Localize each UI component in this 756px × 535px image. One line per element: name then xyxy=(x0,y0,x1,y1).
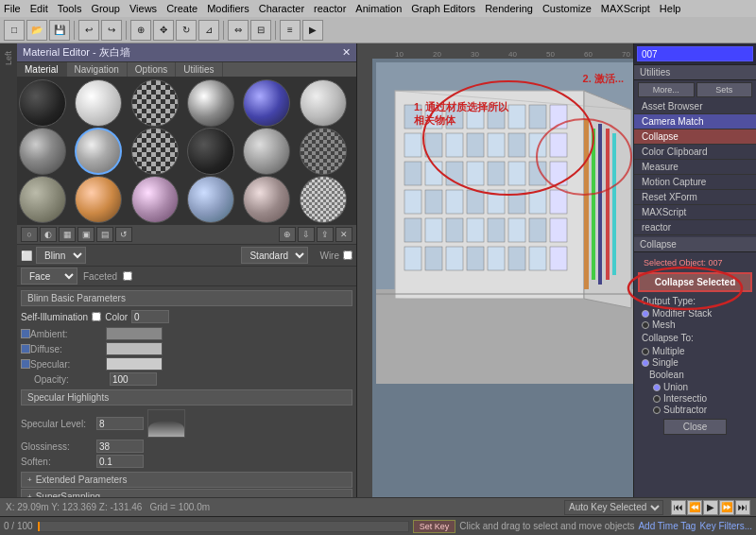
menu-tools[interactable]: Tools xyxy=(58,3,82,14)
mat-btn-reset[interactable]: ↺ xyxy=(115,227,132,242)
menu-customize[interactable]: Customize xyxy=(542,3,592,14)
toolbar-align[interactable]: ⊟ xyxy=(250,20,271,41)
menu-reactor[interactable]: reactor xyxy=(314,3,346,14)
mat-sphere-3[interactable] xyxy=(131,79,179,127)
util-measure[interactable]: Measure xyxy=(634,160,756,175)
toolbar-layer[interactable]: ≡ xyxy=(280,20,301,41)
shader-type-select[interactable]: Blinn xyxy=(36,247,86,264)
play-prev-btn[interactable]: ⏪ xyxy=(687,500,702,515)
util-camera-match[interactable]: Camera Match xyxy=(634,114,756,129)
single-radio[interactable]: Single xyxy=(642,357,748,368)
mat-sphere-18[interactable] xyxy=(300,176,347,223)
mat-sphere-6[interactable] xyxy=(300,79,347,127)
util-maxscript[interactable]: MAXScript xyxy=(634,205,756,220)
util-reactor[interactable]: reactor xyxy=(634,220,756,235)
mesh-radio[interactable]: Mesh xyxy=(642,319,748,330)
mat-btn-backlight[interactable]: ◐ xyxy=(40,227,57,242)
toolbar-redo[interactable]: ↪ xyxy=(101,20,122,41)
toolbar-render[interactable]: ▶ xyxy=(302,20,323,41)
mat-sphere-8[interactable] xyxy=(75,128,122,175)
menu-group[interactable]: Group xyxy=(91,3,120,14)
util-collapse[interactable]: Collapse xyxy=(634,129,756,145)
mat-btn-sample-uv[interactable]: ▣ xyxy=(77,227,94,242)
set-key-button[interactable]: Set Key xyxy=(413,520,456,533)
mat-editor-close-btn[interactable]: ✕ xyxy=(342,46,351,59)
mat-sphere-7[interactable] xyxy=(19,128,66,175)
menu-create[interactable]: Create xyxy=(166,3,198,14)
mat-sphere-14[interactable] xyxy=(75,176,122,223)
toolbar-rotate[interactable]: ↻ xyxy=(176,20,197,41)
menu-views[interactable]: Views xyxy=(129,3,157,14)
menu-edit[interactable]: Edit xyxy=(30,3,48,14)
rollout-extended[interactable]: + Extended Parameters xyxy=(21,472,352,488)
spec-level-input[interactable] xyxy=(96,417,144,430)
close-button[interactable]: Close xyxy=(663,419,728,435)
soften-input[interactable] xyxy=(96,455,144,468)
wire-checkbox[interactable] xyxy=(343,250,352,260)
mat-btn-sample-type[interactable]: ○ xyxy=(21,227,38,242)
sets-btn[interactable]: Sets xyxy=(696,82,753,97)
ambient-color-swatch[interactable] xyxy=(106,327,163,340)
face-select[interactable]: Face xyxy=(21,268,77,285)
mat-sphere-17[interactable] xyxy=(243,176,290,223)
faceted-checkbox[interactable] xyxy=(123,271,132,281)
ambient-checkbox[interactable] xyxy=(21,329,30,338)
more-btn[interactable]: More... xyxy=(638,82,695,97)
mat-sphere-11[interactable] xyxy=(243,128,290,175)
collapse-section-title[interactable]: Collapse xyxy=(634,237,756,252)
play-next-btn[interactable]: ⏩ xyxy=(719,500,734,515)
timeline-bar[interactable] xyxy=(37,521,409,532)
play-start-btn[interactable]: ⏮ xyxy=(671,500,686,515)
toolbar-undo[interactable]: ↩ xyxy=(78,20,99,41)
toolbar-save[interactable]: 💾 xyxy=(49,20,70,41)
mat-sphere-12[interactable] xyxy=(300,128,347,175)
toolbar-select[interactable]: ⊕ xyxy=(130,20,151,41)
tab-options[interactable]: Options xyxy=(128,62,176,77)
play-btn[interactable]: ▶ xyxy=(703,500,718,515)
opacity-input[interactable] xyxy=(110,372,157,386)
mat-btn-put-to-scene[interactable]: ⇩ xyxy=(298,227,315,242)
util-color-clipboard[interactable]: Color Clipboard xyxy=(634,145,756,160)
util-reset-xform[interactable]: Reset XForm xyxy=(634,190,756,205)
diffuse-checkbox[interactable] xyxy=(21,344,30,354)
tab-navigation[interactable]: Navigation xyxy=(67,62,128,77)
mat-sphere-4[interactable] xyxy=(187,79,234,127)
blinn-params-title[interactable]: Blinn Basic Parameters xyxy=(21,290,352,306)
play-end-btn[interactable]: ⏭ xyxy=(735,500,750,515)
modifier-stack-radio[interactable]: Modifier Stack xyxy=(642,308,748,319)
anim-key-select[interactable]: Auto Key Selected xyxy=(564,500,663,515)
specular-highlights-title[interactable]: Specular Highlights xyxy=(21,389,352,406)
toolbar-open[interactable]: 📂 xyxy=(26,20,47,41)
standard-select[interactable]: Standard xyxy=(241,247,308,264)
mat-btn-delete[interactable]: ✕ xyxy=(335,227,352,242)
collapse-selected-button[interactable]: Collapse Selected xyxy=(638,272,752,292)
mat-btn-background[interactable]: ▦ xyxy=(59,227,76,242)
self-illum-value[interactable] xyxy=(131,310,169,323)
key-filters[interactable]: Key Filters... xyxy=(699,521,752,531)
specular-checkbox[interactable] xyxy=(21,359,30,369)
util-asset-browser[interactable]: Asset Browser xyxy=(634,99,756,114)
util-motion-capture[interactable]: Motion Capture xyxy=(634,175,756,190)
add-time-tag[interactable]: Add Time Tag xyxy=(638,521,696,531)
menu-rendering[interactable]: Rendering xyxy=(485,3,533,14)
menu-file[interactable]: File xyxy=(4,3,21,14)
mat-sphere-5[interactable] xyxy=(243,79,290,127)
menu-modifiers[interactable]: Modifiers xyxy=(207,3,249,14)
mat-sphere-10[interactable] xyxy=(187,128,234,175)
specular-color-swatch[interactable] xyxy=(106,357,163,371)
menu-animation[interactable]: Animation xyxy=(355,3,402,14)
utilities-section-title[interactable]: Utilities xyxy=(634,65,756,80)
mat-btn-video-color[interactable]: ▤ xyxy=(96,227,113,242)
multiple-radio[interactable]: Multiple xyxy=(642,346,748,356)
mat-btn-pick[interactable]: ⊕ xyxy=(279,227,296,242)
subtractor-radio[interactable]: Subtractor xyxy=(653,405,748,415)
mat-sphere-13[interactable] xyxy=(19,176,66,223)
toolbar-new[interactable]: □ xyxy=(4,20,25,41)
menu-character[interactable]: Character xyxy=(259,3,304,14)
union-radio[interactable]: Union xyxy=(653,382,748,392)
glossiness-input[interactable] xyxy=(96,440,144,453)
intersection-radio[interactable]: Intersectio xyxy=(653,393,748,404)
menu-maxscript[interactable]: MAXScript xyxy=(601,3,650,14)
menu-graph-editors[interactable]: Graph Editors xyxy=(411,3,475,14)
mat-sphere-1[interactable] xyxy=(19,79,66,127)
